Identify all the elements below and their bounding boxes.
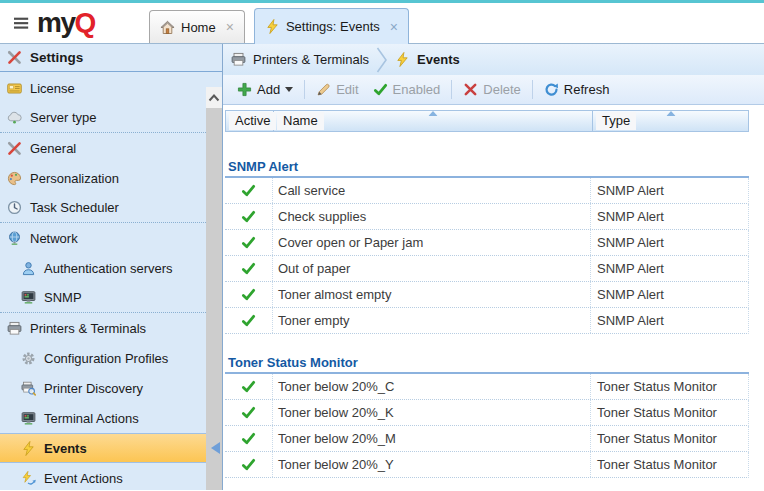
grid-header: Active Name Type — [225, 110, 749, 132]
breadcrumb-parent[interactable]: Printers & Terminals — [231, 52, 369, 67]
tab-bar: Home × Settings: Events × — [149, 8, 409, 43]
event-name-text: Toner below 20%_M — [278, 431, 396, 446]
delete-button[interactable]: Delete — [456, 80, 528, 99]
sidebar-item-configuration-profiles[interactable]: Configuration Profiles — [0, 343, 206, 373]
check-icon — [373, 82, 388, 97]
column-header-label: Active — [229, 112, 276, 130]
lightning-icon — [265, 19, 280, 34]
tab-settings-events-label: Settings: Events — [286, 19, 380, 34]
palette-icon — [7, 171, 22, 186]
sidebar-item-task-scheduler[interactable]: Task Scheduler — [0, 193, 206, 223]
sidebar-item-events[interactable]: Events — [0, 433, 206, 463]
sidebar-header-settings: Settings — [0, 44, 222, 72]
active-check-icon — [241, 287, 256, 302]
enabled-button[interactable]: Enabled — [366, 80, 448, 99]
table-row[interactable]: Toner below 20%_K Toner Status Monitor — [225, 400, 749, 426]
event-type-cell: Toner Status Monitor — [591, 452, 748, 477]
myq-app-window: myQ Home × Settings: Events × — [0, 0, 764, 491]
refresh-icon — [544, 82, 559, 97]
sidebar-item-authentication-servers[interactable]: Authentication servers — [0, 253, 206, 283]
monitor-icon — [21, 290, 36, 305]
sort-ascending-icon — [666, 111, 675, 116]
column-header-active[interactable]: Active — [226, 111, 274, 131]
sidebar-item-printer-discovery[interactable]: Printer Discovery — [0, 373, 206, 403]
scrollbar-thumb[interactable] — [206, 108, 222, 490]
event-name-cell: Toner empty — [273, 308, 591, 333]
table-row[interactable]: Toner almost empty SNMP Alert — [225, 282, 749, 308]
sidebar-item-printers-terminals[interactable]: Printers & Terminals — [0, 313, 206, 343]
scroll-up-button[interactable] — [206, 87, 222, 108]
column-header-type[interactable]: Type — [593, 111, 748, 131]
event-name-cell: Cover open or Paper jam — [273, 230, 591, 255]
sidebar-item-personalization[interactable]: Personalization — [0, 163, 206, 193]
printer-icon — [7, 321, 22, 336]
add-button[interactable]: Add — [230, 80, 300, 99]
active-check-icon — [241, 209, 256, 224]
events-grid: Active Name Type SNMP Alert Call service — [223, 105, 764, 478]
event-name-cell: Toner below 20%_C — [273, 374, 591, 399]
sidebar-item-label: Server type — [30, 110, 96, 125]
sidebar-item-label: Task Scheduler — [30, 200, 119, 215]
myq-logo: myQ — [37, 9, 95, 37]
breadcrumb-current: Events — [395, 52, 460, 67]
sidebar-scrollbar[interactable] — [206, 87, 222, 490]
menu-icon[interactable] — [14, 16, 29, 31]
sidebar-item-label: General — [30, 141, 76, 156]
tab-settings-events[interactable]: Settings: Events × — [254, 8, 409, 44]
tools-icon — [7, 50, 22, 65]
server-type-icon — [7, 110, 22, 125]
event-name-text: Call service — [278, 183, 345, 198]
table-row[interactable]: Toner empty SNMP Alert — [225, 308, 749, 334]
toolbar-separator — [451, 80, 452, 99]
active-check-icon — [241, 379, 256, 394]
edit-button[interactable]: Edit — [309, 80, 365, 99]
sidebar-list: License Server type General — [0, 73, 206, 490]
brand-area: myQ — [0, 9, 95, 37]
sidebar-item-event-actions[interactable]: Event Actions — [0, 463, 206, 491]
event-type-cell: SNMP Alert — [591, 230, 748, 255]
tab-home[interactable]: Home × — [149, 10, 245, 43]
table-row[interactable]: Check supplies SNMP Alert — [225, 204, 749, 230]
column-header-name[interactable]: Name — [274, 111, 593, 131]
active-check-icon — [241, 457, 256, 472]
sidebar-item-license[interactable]: License — [0, 73, 206, 103]
sidebar-item-general[interactable]: General — [0, 133, 206, 163]
sidebar-item-label: Terminal Actions — [44, 411, 139, 426]
sort-ascending-icon — [429, 111, 438, 116]
sidebar-item-label: Events — [44, 441, 87, 456]
event-type-text: SNMP Alert — [597, 235, 664, 250]
sidebar-item-label: Authentication servers — [44, 261, 173, 276]
chevron-up-icon — [208, 94, 220, 102]
active-cell — [225, 204, 273, 229]
lightning-icon — [21, 441, 36, 456]
sidebar-item-snmp[interactable]: SNMP — [0, 283, 206, 313]
event-type-cell: Toner Status Monitor — [591, 374, 748, 399]
lightning-icon — [395, 52, 410, 67]
active-cell — [225, 452, 273, 477]
event-type-text: SNMP Alert — [597, 313, 664, 328]
table-row[interactable]: Cover open or Paper jam SNMP Alert — [225, 230, 749, 256]
active-cell — [225, 400, 273, 425]
refresh-button[interactable]: Refresh — [537, 80, 617, 99]
table-row[interactable]: Toner below 20%_Y Toner Status Monitor — [225, 452, 749, 478]
tools-icon — [7, 141, 22, 156]
table-row[interactable]: Call service SNMP Alert — [225, 178, 749, 204]
body-row: Settings License — [0, 44, 764, 490]
active-cell — [225, 308, 273, 333]
tab-settings-events-close-icon[interactable]: × — [390, 20, 398, 34]
event-name-text: Check supplies — [278, 209, 366, 224]
sidebar-item-network[interactable]: Network — [0, 223, 206, 253]
event-type-cell: SNMP Alert — [591, 308, 748, 333]
table-row[interactable]: Toner below 20%_M Toner Status Monitor — [225, 426, 749, 452]
license-icon — [7, 81, 22, 96]
table-row[interactable]: Toner below 20%_C Toner Status Monitor — [225, 374, 749, 400]
active-check-icon — [241, 183, 256, 198]
event-name-text: Toner below 20%_Y — [278, 457, 394, 472]
printer-search-icon — [21, 381, 36, 396]
tab-home-close-icon[interactable]: × — [226, 20, 234, 34]
event-type-cell: SNMP Alert — [591, 178, 748, 203]
table-row[interactable]: Out of paper SNMP Alert — [225, 256, 749, 282]
home-icon — [160, 20, 175, 35]
sidebar-item-server-type[interactable]: Server type — [0, 103, 206, 133]
sidebar-item-terminal-actions[interactable]: Terminal Actions — [0, 403, 206, 433]
